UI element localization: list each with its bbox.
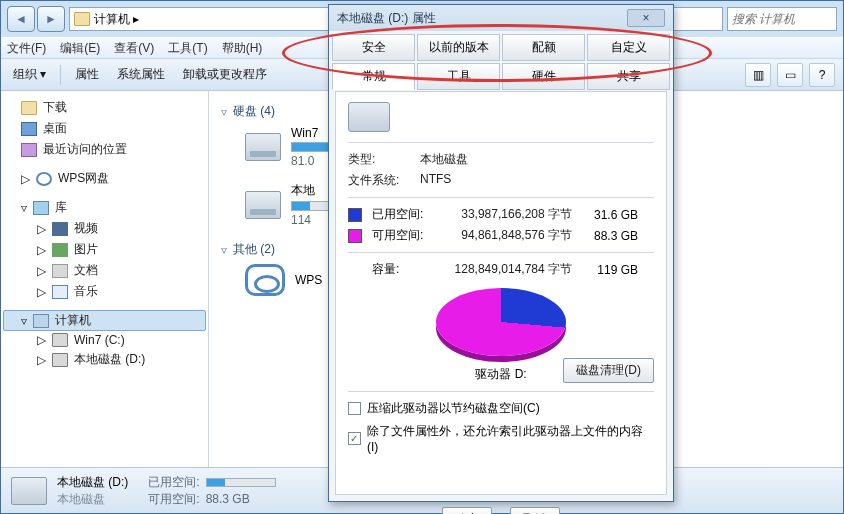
cloud-icon bbox=[36, 172, 52, 186]
organize-button[interactable]: 组织 ▾ bbox=[9, 64, 50, 85]
tree-computer[interactable]: ▿ 计算机 bbox=[3, 310, 206, 331]
preview-pane-button[interactable]: ▭ bbox=[777, 63, 803, 87]
menu-tools[interactable]: 工具(T) bbox=[168, 40, 207, 57]
dialog-body: 类型:本地磁盘 文件系统:NTFS 已用空间: 33,987,166,208 字… bbox=[335, 91, 667, 495]
status-free-value: 88.3 GB bbox=[206, 492, 250, 506]
tree-desktop[interactable]: 桌面 bbox=[3, 118, 206, 139]
fs-value: NTFS bbox=[420, 172, 451, 189]
status-subtitle: 本地磁盘 bbox=[57, 491, 128, 508]
menu-help[interactable]: 帮助(H) bbox=[222, 40, 263, 57]
compress-checkbox[interactable] bbox=[348, 402, 361, 415]
fs-key: 文件系统: bbox=[348, 172, 406, 189]
desktop-icon bbox=[21, 122, 37, 136]
address-text: 计算机 ▸ bbox=[94, 11, 139, 28]
tab-strip: 安全 以前的版本 配额 自定义 常规 工具 硬件 共享 bbox=[329, 31, 673, 91]
tree-libraries[interactable]: ▿ 库 bbox=[3, 197, 206, 218]
tab-previous-versions[interactable]: 以前的版本 bbox=[417, 34, 500, 61]
uninstall-program-button[interactable]: 卸载或更改程序 bbox=[179, 64, 271, 85]
free-swatch-icon bbox=[348, 229, 362, 243]
usage-pie-chart bbox=[436, 288, 566, 356]
drive-icon bbox=[245, 133, 281, 161]
navigation-tree: 下载 桌面 最近访问的位置 ▷ WPS网盘 ▿ 库 ▷ 视频 ▷ 图片 ▷ 文档… bbox=[1, 91, 209, 471]
disk-cleanup-button[interactable]: 磁盘清理(D) bbox=[563, 358, 654, 383]
dialog-titlebar[interactable]: 本地磁盘 (D:) 属性 × bbox=[329, 5, 673, 31]
nav-forward-button[interactable]: ► bbox=[37, 6, 65, 32]
cloud-drive-icon bbox=[245, 264, 285, 296]
document-icon bbox=[52, 264, 68, 278]
nav-back-button[interactable]: ◄ bbox=[7, 6, 35, 32]
used-label: 已用空间: bbox=[372, 206, 432, 223]
tree-drive-c[interactable]: ▷ Win7 (C:) bbox=[3, 331, 206, 349]
cancel-button[interactable]: 取消 bbox=[510, 507, 560, 514]
tab-tools[interactable]: 工具 bbox=[417, 63, 500, 90]
properties-dialog: 本地磁盘 (D:) 属性 × 安全 以前的版本 配额 自定义 常规 工具 硬件 … bbox=[328, 4, 674, 502]
free-label: 可用空间: bbox=[372, 227, 432, 244]
capacity-label: 容量: bbox=[372, 261, 432, 278]
index-checkbox[interactable] bbox=[348, 432, 361, 445]
search-input[interactable] bbox=[727, 7, 837, 31]
computer-icon bbox=[74, 12, 90, 26]
free-bytes: 94,861,848,576 字节 bbox=[442, 227, 572, 244]
type-key: 类型: bbox=[348, 151, 406, 168]
music-icon bbox=[52, 285, 68, 299]
used-bytes: 33,987,166,208 字节 bbox=[442, 206, 572, 223]
free-space-row: 可用空间: 94,861,848,576 字节 88.3 GB bbox=[348, 227, 654, 244]
capacity-row: 容量: 128,849,014,784 字节 119 GB bbox=[348, 261, 654, 278]
tab-custom[interactable]: 自定义 bbox=[587, 34, 670, 61]
recent-icon bbox=[21, 143, 37, 157]
tree-downloads[interactable]: 下载 bbox=[3, 97, 206, 118]
menu-view[interactable]: 查看(V) bbox=[114, 40, 154, 57]
tree-music[interactable]: ▷ 音乐 bbox=[3, 281, 206, 302]
tree-pictures[interactable]: ▷ 图片 bbox=[3, 239, 206, 260]
compress-label: 压缩此驱动器以节约磁盘空间(C) bbox=[367, 400, 540, 417]
tab-general[interactable]: 常规 bbox=[332, 63, 415, 90]
tree-documents[interactable]: ▷ 文档 bbox=[3, 260, 206, 281]
tree-recent[interactable]: 最近访问的位置 bbox=[3, 139, 206, 160]
drive-icon bbox=[245, 191, 281, 219]
used-space-row: 已用空间: 33,987,166,208 字节 31.6 GB bbox=[348, 206, 654, 223]
view-mode-button[interactable]: ▥ bbox=[745, 63, 771, 87]
dialog-actions: 确定 取消 bbox=[329, 501, 673, 514]
menu-file[interactable]: 文件(F) bbox=[7, 40, 46, 57]
drive-icon bbox=[11, 477, 47, 505]
free-gb: 88.3 GB bbox=[582, 229, 638, 243]
used-gb: 31.6 GB bbox=[582, 208, 638, 222]
tab-quota[interactable]: 配额 bbox=[502, 34, 585, 61]
index-label: 除了文件属性外，还允许索引此驱动器上文件的内容(I) bbox=[367, 423, 654, 454]
tree-drive-d[interactable]: ▷ 本地磁盘 (D:) bbox=[3, 349, 206, 370]
other-name: WPS bbox=[295, 273, 322, 287]
close-button[interactable]: × bbox=[627, 9, 665, 27]
menu-edit[interactable]: 编辑(E) bbox=[60, 40, 100, 57]
drive-icon bbox=[52, 353, 68, 367]
picture-icon bbox=[52, 243, 68, 257]
library-icon bbox=[33, 201, 49, 215]
status-free-key: 可用空间: bbox=[148, 491, 199, 508]
status-used-bar bbox=[206, 478, 276, 487]
index-checkbox-row[interactable]: 除了文件属性外，还允许索引此驱动器上文件的内容(I) bbox=[348, 423, 654, 454]
tab-sharing[interactable]: 共享 bbox=[587, 63, 670, 90]
video-icon bbox=[52, 222, 68, 236]
type-value: 本地磁盘 bbox=[420, 151, 468, 168]
capacity-gb: 119 GB bbox=[582, 263, 638, 277]
system-properties-button[interactable]: 系统属性 bbox=[113, 64, 169, 85]
capacity-bytes: 128,849,014,784 字节 bbox=[442, 261, 572, 278]
ok-button[interactable]: 确定 bbox=[442, 507, 492, 514]
compress-checkbox-row[interactable]: 压缩此驱动器以节约磁盘空间(C) bbox=[348, 400, 654, 417]
tab-hardware[interactable]: 硬件 bbox=[502, 63, 585, 90]
tree-wps-cloud[interactable]: ▷ WPS网盘 bbox=[3, 168, 206, 189]
download-icon bbox=[21, 101, 37, 115]
computer-icon bbox=[33, 314, 49, 328]
properties-button[interactable]: 属性 bbox=[71, 64, 103, 85]
status-used-key: 已用空间: bbox=[148, 474, 199, 491]
used-swatch-icon bbox=[348, 208, 362, 222]
drive-icon bbox=[348, 102, 390, 132]
help-button[interactable]: ? bbox=[809, 63, 835, 87]
tab-security[interactable]: 安全 bbox=[332, 34, 415, 61]
tree-videos[interactable]: ▷ 视频 bbox=[3, 218, 206, 239]
status-title: 本地磁盘 (D:) bbox=[57, 474, 128, 491]
pie-drive-label: 驱动器 D: bbox=[475, 366, 526, 383]
drive-icon bbox=[52, 333, 68, 347]
dialog-title: 本地磁盘 (D:) 属性 bbox=[337, 10, 436, 27]
